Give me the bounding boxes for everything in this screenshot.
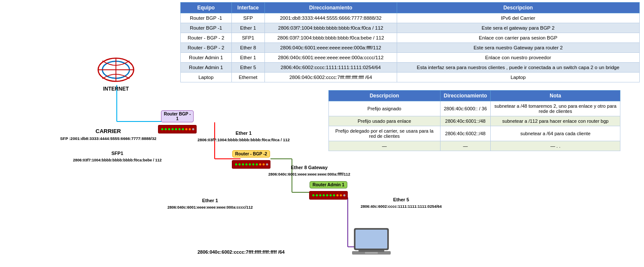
svg-point-33 [256, 164, 258, 166]
router-bgp2-label: Router - BGP -2 [232, 150, 270, 158]
table-cell: Prefijo asignado [329, 101, 440, 116]
sec-table-container: Descripcion Direccionamiento Nota Prefij… [328, 90, 620, 151]
table-cell: Este sera el gateway para BGP 2 [397, 23, 640, 33]
table-cell: Ether 5 [231, 63, 265, 73]
table-cell: Ethernet [231, 73, 265, 82]
svg-point-16 [165, 128, 167, 130]
svg-point-34 [259, 164, 261, 166]
table-row: Router Admin 1Ether 52806:40c:6002:cccc:… [181, 63, 640, 73]
table-cell: SFP [231, 13, 265, 23]
table-cell: Ether 8 [231, 43, 265, 53]
svg-point-40 [316, 194, 318, 197]
col-direccionamiento: Direccionamiento [265, 3, 397, 13]
svg-point-48 [343, 194, 346, 197]
table-cell: 2806:40c:6002:cccc:1111:1111:1111:0254/6… [265, 63, 397, 73]
table-cell: subnetear a /64 para cada cliente [491, 126, 620, 141]
svg-rect-53 [365, 252, 378, 254]
table-cell: Este sera nuestro Gateway para router 2 [397, 43, 640, 53]
router-bgp2: Router - BGP -2 [232, 150, 270, 170]
svg-point-32 [252, 164, 255, 166]
table-cell: Prefijo usado para enlace [329, 116, 440, 126]
svg-point-45 [333, 194, 335, 197]
router-admin1: Router Admin 1 [309, 181, 348, 201]
table-cell: Enlace con carrier para sesion BGP [397, 33, 640, 43]
svg-point-23 [189, 128, 191, 130]
router-bgp1: Router BGP -1 [158, 110, 197, 135]
table-cell: Router BGP -1 [181, 13, 232, 23]
svg-point-44 [330, 194, 332, 197]
table-row: Router - BGP - 2Ether 82806:040c:6001:ee… [181, 43, 640, 53]
sec-col-nota: Nota [491, 91, 620, 101]
ether8-text: Ether 8 Gateway 2806:040c:6001:eeee:eeee… [268, 164, 350, 177]
ether5-text: Ether 5 2806:40c:6002:cccc:1111:1111:111… [361, 197, 442, 209]
table-cell: Router Admin 1 [181, 63, 232, 73]
svg-point-29 [242, 164, 244, 166]
router-bgp1-label: Router BGP -1 [161, 110, 194, 122]
table-cell: subnetear a /112 para hacer enlace con r… [491, 116, 620, 126]
svg-point-24 [192, 128, 194, 130]
svg-point-17 [168, 128, 170, 130]
svg-point-27 [235, 164, 237, 166]
svg-point-22 [185, 128, 188, 130]
table-cell: 2806:040c:6001:eeee:eeee:eeee:000a:ffff/… [265, 43, 397, 53]
sec-col-dir: Direccionamiento [440, 91, 491, 101]
svg-point-46 [337, 194, 339, 197]
table-cell: 2806:040c:6002:cccc:7fff:ffff:ffff:ffff … [265, 73, 397, 82]
table-cell: Ether 1 [231, 23, 265, 33]
table-row: Router BGP -1Ether 12806:03f7:1004:bbbb:… [181, 23, 640, 33]
svg-point-20 [179, 128, 181, 130]
table-cell: 2806:40c:6001::/48 [440, 116, 491, 126]
col-equipo: Equipo [181, 3, 232, 13]
svg-rect-50 [355, 230, 387, 249]
svg-point-43 [326, 194, 328, 197]
svg-point-47 [340, 194, 342, 197]
table-row: LaptopEthernet2806:040c:6002:cccc:7fff:f… [181, 73, 640, 82]
table-cell: — [329, 141, 440, 151]
svg-point-42 [323, 194, 325, 197]
table-cell: IPv6 del Carrier [397, 13, 640, 23]
table-cell: Router Admin 1 [181, 53, 232, 63]
carrier-label: CARRIER SFP :2001:db8:3333:4444:5555:666… [60, 127, 156, 142]
table-cell: subnetear a /48 tomaremos 2, uno para en… [491, 101, 620, 116]
svg-point-28 [239, 164, 241, 166]
laptop-device [352, 228, 391, 258]
table-cell: Laptop [397, 73, 640, 82]
sec-table: Descripcion Direccionamiento Nota Prefij… [328, 90, 620, 151]
svg-point-31 [249, 164, 251, 166]
svg-point-21 [182, 128, 184, 130]
table-cell: Router - BGP - 2 [181, 33, 232, 43]
table-cell: Esta interfaz sera para nuestros cliente… [397, 63, 640, 73]
svg-point-35 [263, 164, 265, 166]
table-cell: 2001:db8:3333:4444:5555:6666:7777:8888/3… [265, 13, 397, 23]
table-cell: 2806:40c:6002::/48 [440, 126, 491, 141]
table-cell: Router BGP -1 [181, 23, 232, 33]
table-cell: SFP1 [231, 33, 265, 43]
internet-cloud: INTERNET [92, 56, 140, 92]
svg-point-36 [266, 164, 268, 166]
table-row: Router Admin 1Ether 12806:040c:6001:eeee… [181, 53, 640, 63]
router-admin1-label: Router Admin 1 [310, 181, 347, 188]
col-interface: Interface [231, 3, 265, 13]
table-cell: Laptop [181, 73, 232, 82]
table-row: Prefijo delegado por el carrier, se usar… [329, 126, 620, 141]
table-row: Prefijo usado para enlace2806:40c:6001::… [329, 116, 620, 126]
svg-point-18 [172, 128, 174, 130]
sfp1-text: SFP1 2806:03f7:1004:bbbb:bbbb:bbbb:f0ca:… [73, 150, 162, 163]
table-cell: 2806:03f7:1004:bbbb:bbbb:bbbb:f0ca:bebe … [265, 33, 397, 43]
table-cell: — . . [491, 141, 620, 151]
table-row: Router - BGP - 2SFP12806:03f7:1004:bbbb:… [181, 33, 640, 43]
table-row: Router BGP -1SFP2001:db8:3333:4444:5555:… [181, 13, 640, 23]
table-cell: — [440, 141, 491, 151]
main-table: Equipo Interface Direccionamiento Descri… [180, 2, 640, 82]
table-cell: 2806:040c:6001:eeee:eeee:eeee:000a:cccc/… [265, 53, 397, 63]
internet-label: INTERNET [92, 86, 140, 92]
svg-point-41 [319, 194, 322, 197]
main-table-container: Equipo Interface Direccionamiento Descri… [180, 2, 640, 82]
table-cell: Router - BGP - 2 [181, 43, 232, 53]
ether1-bgp2-text: Ether 1 2806:040c:6001:eeee:eeee:eeee:00… [167, 197, 253, 210]
svg-point-30 [246, 164, 248, 166]
table-cell: 2806:03f7:1004:bbbb:bbbb:bbbb:f0ca:f0ca … [265, 23, 397, 33]
col-descripcion: Descripcion [397, 3, 640, 13]
svg-point-19 [175, 128, 177, 130]
svg-point-15 [161, 128, 164, 130]
